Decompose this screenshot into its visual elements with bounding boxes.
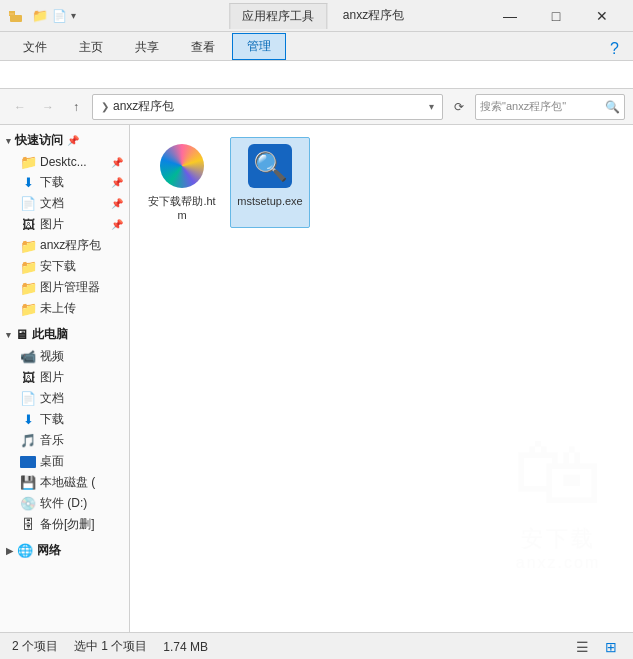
htm-file-icon <box>158 142 206 190</box>
ribbon-content <box>0 60 633 88</box>
sidebar-item-label: 音乐 <box>40 432 64 449</box>
folder-icon: 📁 <box>20 301 36 317</box>
sidebar-item-label: anxz程序包 <box>40 237 101 254</box>
sidebar-item-label: 文档 <box>40 390 64 407</box>
file-area: 🛍 安下载 anxz.com 安下载帮助.htm 🔍 <box>130 125 633 632</box>
status-bar: 2 个项目 选中 1 个项目 1.74 MB ☰ ⊞ <box>0 632 633 659</box>
sidebar-item-unuploaded[interactable]: 📁 未上传 <box>0 298 129 319</box>
help-button[interactable]: ? <box>604 38 625 60</box>
folder-icon: 📁 <box>20 259 36 275</box>
network-icon: 🌐 <box>17 543 33 558</box>
sidebar-quick-access-header[interactable]: ▾ 快速访问 📌 <box>0 129 129 152</box>
title-bar-center: 应用程序工具 anxz程序包 <box>229 3 404 29</box>
search-box[interactable]: 搜索"anxz程序包" 🔍 <box>475 94 625 120</box>
sidebar-item-video[interactable]: 📹 视频 <box>0 346 129 367</box>
file-size: 1.74 MB <box>163 640 208 654</box>
new-folder-icon[interactable]: 📁 <box>32 8 48 23</box>
exe-file-icon: 🔍 <box>246 142 294 190</box>
sidebar-item-anxz[interactable]: 📁 anxz程序包 <box>0 235 129 256</box>
back-button[interactable]: ← <box>8 95 32 119</box>
window-icon <box>8 8 24 24</box>
main-container: ▾ 快速访问 📌 📁 Desktc... 📌 ⬇ 下载 📌 📄 文档 📌 🖼 图… <box>0 125 633 632</box>
grid-view-icon[interactable]: ⊞ <box>601 637 621 657</box>
watermark: 🛍 安下载 anxz.com <box>513 421 603 572</box>
address-bar: ← → ↑ ❯ anxz程序包 ▾ ⟳ 搜索"anxz程序包" 🔍 <box>0 89 633 125</box>
sidebar-item-backup[interactable]: 🗄 备份[勿删] <box>0 514 129 535</box>
download-icon: ⬇ <box>20 412 36 428</box>
sidebar-item-anxia[interactable]: 📁 安下载 <box>0 256 129 277</box>
refresh-button[interactable]: ⟳ <box>447 95 471 119</box>
file-item-exe[interactable]: 🔍 mstsetup.exe <box>230 137 310 228</box>
desktop-icon <box>20 456 36 468</box>
sidebar-pin-icon: 📌 <box>111 198 123 209</box>
exe-file-label: mstsetup.exe <box>237 194 302 208</box>
sidebar-item-label: 下载 <box>40 174 64 191</box>
exe-icon-shape: 🔍 <box>248 144 292 188</box>
drive-d-icon: 💿 <box>20 496 36 512</box>
network-arrow-icon: ▶ <box>6 546 13 556</box>
properties-icon[interactable]: 📄 <box>52 9 67 23</box>
sidebar-item-music[interactable]: 🎵 音乐 <box>0 430 129 451</box>
pictures-icon: 🖼 <box>20 370 36 386</box>
quick-access-label: 快速访问 <box>15 132 63 149</box>
sidebar-item-label: 软件 (D:) <box>40 495 87 512</box>
search-icon[interactable]: 🔍 <box>605 100 620 114</box>
folder-icon: 📁 <box>20 280 36 296</box>
sidebar-network-header[interactable]: ▶ 🌐 网络 <box>0 539 129 562</box>
sidebar: ▾ 快速访问 📌 📁 Desktc... 📌 ⬇ 下载 📌 📄 文档 📌 🖼 图… <box>0 125 130 632</box>
tab-home[interactable]: 主页 <box>64 34 118 60</box>
sidebar-item-imgmgr[interactable]: 📁 图片管理器 <box>0 277 129 298</box>
sidebar-item-documents[interactable]: 📄 文档 📌 <box>0 193 129 214</box>
sidebar-item-label: 桌面 <box>40 453 64 470</box>
this-pc-arrow-icon: ▾ <box>6 330 11 340</box>
window-controls: — □ ✕ <box>487 0 625 32</box>
tab-share[interactable]: 共享 <box>120 34 174 60</box>
maximize-button[interactable]: □ <box>533 0 579 32</box>
htm-file-label: 安下载帮助.htm <box>147 194 217 223</box>
sidebar-item-label: 备份[勿删] <box>40 516 95 533</box>
sidebar-item-downloads[interactable]: ⬇ 下载 📌 <box>0 172 129 193</box>
sidebar-this-pc-header[interactable]: ▾ 🖥 此电脑 <box>0 323 129 346</box>
tab-view[interactable]: 查看 <box>176 34 230 60</box>
sidebar-item-pictures2[interactable]: 🖼 图片 <box>0 367 129 388</box>
sidebar-item-label: 下载 <box>40 411 64 428</box>
sidebar-item-label: 文档 <box>40 195 64 212</box>
sidebar-item-downloads2[interactable]: ⬇ 下载 <box>0 409 129 430</box>
svg-rect-2 <box>9 13 14 15</box>
sidebar-pin-icon: 📌 <box>111 157 123 168</box>
sidebar-item-label: Desktc... <box>40 155 87 169</box>
status-bar-right: ☰ ⊞ <box>572 637 621 657</box>
address-input[interactable]: ❯ anxz程序包 ▾ <box>92 94 443 120</box>
sidebar-item-label: 未上传 <box>40 300 76 317</box>
title-bar-left: 📁 📄 ▾ <box>8 8 76 24</box>
file-item-htm[interactable]: 安下载帮助.htm <box>142 137 222 228</box>
list-view-icon[interactable]: ☰ <box>572 637 593 657</box>
sidebar-pin-icon: 📌 <box>111 219 123 230</box>
magnifier-icon: 🔍 <box>253 150 288 183</box>
forward-button[interactable]: → <box>36 95 60 119</box>
folder-icon: 📁 <box>20 154 36 170</box>
documents-icon: 📄 <box>20 196 36 212</box>
close-button[interactable]: ✕ <box>579 0 625 32</box>
sidebar-pin-icon: 📌 <box>111 177 123 188</box>
up-button[interactable]: ↑ <box>64 95 88 119</box>
svg-rect-1 <box>10 15 22 22</box>
address-dropdown-icon[interactable]: ▾ <box>429 101 434 112</box>
sidebar-item-local-disk[interactable]: 💾 本地磁盘 ( <box>0 472 129 493</box>
tab-manage[interactable]: 管理 <box>232 33 286 60</box>
network-label: 网络 <box>37 542 61 559</box>
quick-toolbar-icon[interactable]: ▾ <box>71 10 76 21</box>
sidebar-item-pictures[interactable]: 🖼 图片 📌 <box>0 214 129 235</box>
sidebar-item-desktop2[interactable]: 桌面 <box>0 451 129 472</box>
watermark-bag-icon: 🛍 <box>513 421 603 524</box>
watermark-text: 安下载 <box>521 524 596 554</box>
sidebar-item-software-d[interactable]: 💿 软件 (D:) <box>0 493 129 514</box>
tab-file[interactable]: 文件 <box>8 34 62 60</box>
app-tools-tab[interactable]: 应用程序工具 <box>229 3 327 29</box>
watermark-subtext: anxz.com <box>516 554 600 572</box>
sidebar-item-desktop[interactable]: 📁 Desktc... 📌 <box>0 152 129 172</box>
search-placeholder-text: 搜索"anxz程序包" <box>480 99 601 114</box>
minimize-button[interactable]: — <box>487 0 533 32</box>
sidebar-item-label: 视频 <box>40 348 64 365</box>
sidebar-item-docs2[interactable]: 📄 文档 <box>0 388 129 409</box>
